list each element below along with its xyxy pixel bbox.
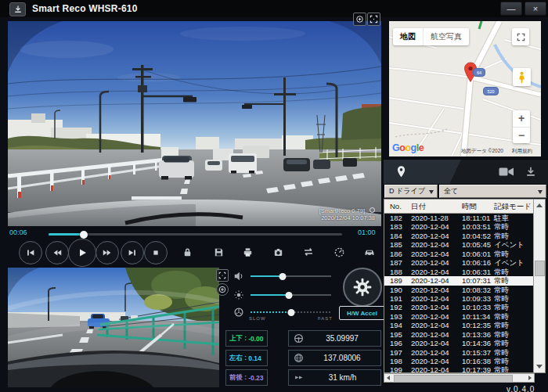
location-pin-button[interactable] <box>396 165 406 178</box>
scroll-left-icon[interactable] <box>387 376 390 380</box>
table-row[interactable]: 193 2020-12-04 10:11:34 常時 <box>384 312 534 321</box>
cell-mode: 常時 <box>494 357 509 365</box>
timeline-knob[interactable] <box>80 231 88 239</box>
vertical-scrollbar[interactable] <box>533 200 545 372</box>
save-button[interactable] <box>211 245 225 259</box>
main-video-zoom-button[interactable] <box>353 13 366 26</box>
table-row[interactable]: 194 2020-12-04 10:12:35 常時 <box>384 321 534 329</box>
pegman-control[interactable] <box>513 68 531 86</box>
adjust-slider[interactable] <box>232 289 333 301</box>
cell-mode: 常時 <box>494 330 509 339</box>
table-row[interactable]: 188 2020-12-04 10:06:31 常時 <box>384 268 534 276</box>
cell-mode: 常時 <box>494 365 509 372</box>
timeline-fill <box>49 233 84 236</box>
column-date[interactable]: 日付 <box>411 200 426 213</box>
seek-bar[interactable] <box>49 233 342 236</box>
event-table-body[interactable]: 182 2020-11-28 18:11:01 駐車 183 2020-12-0… <box>384 214 534 372</box>
scroll-up-icon[interactable] <box>536 203 543 207</box>
table-row[interactable]: 199 2020-12-04 10:17:39 常時 <box>384 365 534 372</box>
table-row[interactable]: 198 2020-12-04 10:16:38 常時 <box>384 357 534 365</box>
gps-indicator-icon <box>370 207 375 213</box>
window-title: Smart Reco WHSR-610 <box>32 0 138 17</box>
cell-no: 186 <box>390 250 402 258</box>
main-video-expand-icon[interactable] <box>367 13 380 26</box>
volume-track[interactable] <box>251 275 331 277</box>
table-row[interactable]: 195 2020-12-04 10:13:36 常時 <box>384 330 534 339</box>
table-row[interactable]: 185 2020-12-04 10:05:45 イベント <box>384 240 534 249</box>
gauge-button[interactable] <box>332 245 346 259</box>
speed-knob[interactable] <box>287 309 294 316</box>
rewind-button[interactable] <box>45 241 69 264</box>
scrollbar-thumb[interactable] <box>394 375 513 383</box>
table-row[interactable]: 182 2020-11-28 18:11:01 駐車 <box>384 214 534 222</box>
brightness-knob[interactable] <box>286 292 293 299</box>
swap-button[interactable] <box>301 245 315 259</box>
brightness-track[interactable] <box>251 294 331 296</box>
download-button[interactable] <box>525 166 536 178</box>
map-tab[interactable]: 地図 <box>393 31 423 42</box>
rear-camera-video[interactable] <box>8 268 219 387</box>
cell-time: 18:11:01 <box>462 214 490 222</box>
lock-button[interactable] <box>180 245 194 259</box>
table-row[interactable]: 191 2020-12-04 10:09:33 常時 <box>384 294 534 303</box>
horizontal-scrollbar[interactable] <box>384 373 535 383</box>
settings-button[interactable] <box>343 268 382 307</box>
play-button[interactable] <box>68 239 96 267</box>
table-row[interactable]: 184 2020-12-04 10:04:52 常時 <box>384 232 534 240</box>
cell-date: 2020-12-04 <box>411 321 449 329</box>
sensor-label: 前後 : <box>229 373 247 383</box>
cell-mode: 常時 <box>494 232 509 240</box>
stop-button[interactable] <box>144 241 168 264</box>
longitude-value: 137.08006 <box>304 354 380 362</box>
vehicle-button[interactable] <box>362 245 377 259</box>
skip-end-button[interactable] <box>121 241 144 264</box>
cell-date: 2020-12-04 <box>411 357 449 365</box>
scroll-right-icon[interactable] <box>528 376 532 380</box>
cell-time: 10:06:01 <box>462 250 491 258</box>
drive-select[interactable]: D ドライブ <box>384 185 438 198</box>
map-panel[interactable]: 地図 航空写真 + − 64 520 Google 地図データ ©2020 利用… <box>389 21 541 156</box>
cell-no: 184 <box>390 232 402 240</box>
cell-no: 188 <box>390 268 402 276</box>
cell-date: 2020-11-28 <box>411 214 449 222</box>
adjust-slider[interactable] <box>232 270 333 282</box>
capture-button[interactable] <box>271 245 285 259</box>
volume-icon <box>233 271 244 282</box>
volume-knob[interactable] <box>279 273 287 280</box>
table-row[interactable]: 197 2020-12-04 10:15:37 常時 <box>384 348 534 357</box>
fast-forward-button[interactable] <box>96 241 119 264</box>
table-row[interactable]: 196 2020-12-04 10:14:36 常時 <box>384 339 534 347</box>
column-time[interactable]: 時間 <box>462 200 477 213</box>
table-row[interactable]: 190 2020-12-04 10:08:32 常時 <box>384 286 534 294</box>
table-row[interactable]: 192 2020-12-04 10:10:33 常時 <box>384 303 534 311</box>
table-row[interactable]: 183 2020-12-04 10:03:51 常時 <box>384 222 534 231</box>
scroll-down-icon[interactable] <box>536 365 543 369</box>
cell-mode: 常時 <box>494 222 509 231</box>
map-fullscreen-button[interactable] <box>512 28 529 45</box>
column-no[interactable]: No. <box>390 200 402 213</box>
camcorder-button[interactable] <box>499 167 514 177</box>
skip-start-button[interactable] <box>19 241 42 264</box>
table-row[interactable]: 187 2020-12-04 10:06:16 イベント <box>384 258 534 267</box>
print-button[interactable] <box>240 245 254 259</box>
map-terms-link[interactable]: 利用規約 <box>512 148 532 155</box>
scrollbar-thumb[interactable] <box>535 261 545 276</box>
cell-time: 10:03:51 <box>462 222 491 231</box>
minimize-button[interactable]: — <box>500 2 522 16</box>
sub-video-expand-icon[interactable] <box>216 269 229 282</box>
column-mode[interactable]: 記録モード <box>494 200 532 213</box>
map-zoom-in-button[interactable]: + <box>513 110 530 128</box>
satellite-tab[interactable]: 航空写真 <box>423 28 469 45</box>
map-zoom-out-button[interactable]: − <box>513 128 530 144</box>
close-button[interactable]: × <box>525 2 546 16</box>
cell-mode: イベント <box>494 240 525 249</box>
speed-track[interactable] <box>251 311 331 313</box>
hw-accel-button[interactable]: H/W Accel <box>339 306 385 320</box>
table-row[interactable]: 189 2020-12-04 10:07:31 常時 <box>384 276 534 285</box>
cell-date: 2020-12-04 <box>411 348 449 357</box>
front-camera-video[interactable]: [SmartReco 0.79] 2020/12/04 10:07:38 <box>8 21 381 226</box>
map-zoom-control: + − <box>513 110 530 143</box>
filter-select[interactable]: 全て <box>439 185 546 198</box>
table-row[interactable]: 186 2020-12-04 10:06:01 常時 <box>384 250 534 258</box>
sub-video-zoom-button[interactable] <box>216 283 229 296</box>
